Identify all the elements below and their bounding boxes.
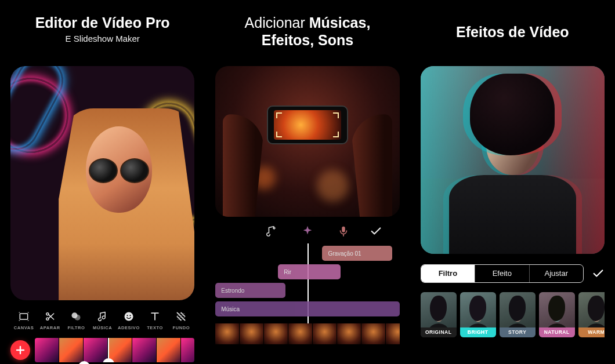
texto-icon (149, 311, 161, 322)
tool-filtro[interactable]: FILTRO (64, 311, 88, 330)
svg-point-5 (124, 312, 133, 321)
screen1-title: Editor de Vídeo Pro (10, 14, 194, 31)
add-media-button[interactable] (10, 340, 30, 360)
filter-preset-original[interactable]: ORIGINAL (421, 292, 457, 337)
filter-preset-bright[interactable]: BRIGHT (460, 292, 496, 337)
confirm-checkmark-icon[interactable] (592, 267, 605, 280)
tool-fundo[interactable]: FUNDO (169, 311, 193, 330)
preset-label: STORY (500, 327, 536, 337)
fundo-icon (175, 311, 187, 322)
svg-point-4 (75, 315, 81, 321)
segment-efeito[interactable]: Efeito (475, 265, 529, 282)
tool-label: MÚSICA (93, 325, 112, 330)
tool-texto[interactable]: TEXTO (143, 311, 167, 330)
segment-filtro[interactable]: Filtro (421, 265, 475, 282)
screen1-title-block: Editor de Vídeo Pro E Slideshow Maker (10, 14, 194, 60)
svg-rect-0 (20, 314, 27, 319)
screen1-subtitle: E Slideshow Maker (10, 34, 194, 43)
microphone-icon[interactable] (337, 225, 350, 238)
effects-sparkle-icon[interactable] (301, 225, 314, 238)
screen2-title-line1: Adicionar Músicas, (215, 14, 399, 31)
aparar-icon (44, 311, 56, 322)
tool-label: FUNDO (172, 325, 190, 330)
screen3-title-block: Efeitos de Vídeo (421, 14, 605, 60)
tool-label: ADESIVO (118, 325, 140, 330)
playhead-icon[interactable] (108, 338, 109, 362)
audio-clip-label: Estrondo (221, 287, 244, 294)
tool-label: APARAR (40, 325, 60, 330)
screen2-preview-image[interactable] (215, 66, 399, 217)
filter-preset-story[interactable]: STORY (500, 292, 536, 337)
screen1-timeline-bar (10, 336, 194, 364)
tool-aparar[interactable]: APARAR (38, 311, 62, 330)
screen2-title-bold1: Músicas, (309, 14, 371, 31)
audio-clip[interactable]: Música (215, 301, 399, 316)
screen2-title-light: Adicionar (245, 14, 309, 31)
filtro-icon (70, 311, 82, 322)
preset-label: WARM (578, 327, 605, 337)
svg-point-7 (129, 315, 131, 316)
audio-clip[interactable]: Estrondo (215, 283, 285, 298)
musica-icon (97, 311, 108, 322)
screen1-preview-image[interactable] (10, 66, 194, 300)
screen-video-effects: Efeitos de Vídeo FiltroEfeitoAjustar ORI… (410, 0, 615, 364)
tool-adesivo[interactable]: ADESIVO (117, 311, 141, 330)
tool-musica[interactable]: MÚSICA (91, 311, 115, 330)
audio-clip-label: Música (221, 306, 240, 312)
filter-preset-strip: ORIGINALBRIGHTSTORYNATURALWARMWA (421, 292, 605, 337)
effect-mode-segmented: FiltroEfeitoAjustar (421, 264, 584, 283)
audio-clip-label: Gravação 01 (328, 250, 361, 257)
screen2-title-block: Adicionar Músicas, Efeitos, Sons (215, 14, 399, 60)
screen3-controls-row: FiltroEfeitoAjustar (421, 264, 605, 283)
screen2-video-thumbnails[interactable] (215, 323, 399, 344)
screen2-audio-timeline[interactable]: Gravação 01RirEstrondoMúsica (215, 246, 399, 344)
preset-label: ORIGINAL (421, 327, 457, 337)
tool-label: FILTRO (67, 325, 85, 330)
segment-ajustar[interactable]: Ajustar (529, 265, 583, 282)
filter-preset-natural[interactable]: NATURAL (539, 292, 575, 337)
adesivo-icon (123, 311, 135, 322)
tool-label: CANVAS (14, 325, 34, 330)
svg-rect-8 (342, 227, 345, 232)
screen1-toolbar: CANVASAPARARFILTROMÚSICAADESIVOTEXTOFUND… (10, 311, 194, 330)
tool-label: TEXTO (147, 325, 163, 330)
screen3-title: Efeitos de Vídeo (421, 23, 605, 41)
screen3-preview-image[interactable] (421, 66, 605, 254)
confirm-checkmark-icon[interactable] (370, 225, 382, 238)
tool-canvas[interactable]: CANVAS (12, 311, 36, 330)
screen-editor-pro: Editor de Vídeo Pro E Slideshow Maker CA… (0, 0, 205, 364)
svg-point-6 (126, 315, 128, 316)
audio-clip[interactable]: Rir (278, 264, 341, 279)
audio-clip-label: Rir (284, 269, 291, 275)
canvas-icon (18, 311, 30, 322)
screen2-action-row (215, 217, 399, 243)
add-music-icon[interactable] (265, 225, 278, 238)
preset-label: NATURAL (539, 327, 575, 337)
preset-label: BRIGHT (460, 327, 496, 337)
filter-preset-warm[interactable]: WARM (578, 292, 605, 337)
screen2-title-line2: Efeitos, Sons (215, 31, 399, 49)
screen-add-music: Adicionar Músicas, Efeitos, Sons (205, 0, 410, 364)
audio-clip[interactable]: Gravação 01 (322, 246, 392, 261)
screen1-clip-thumbnails[interactable] (35, 338, 194, 362)
